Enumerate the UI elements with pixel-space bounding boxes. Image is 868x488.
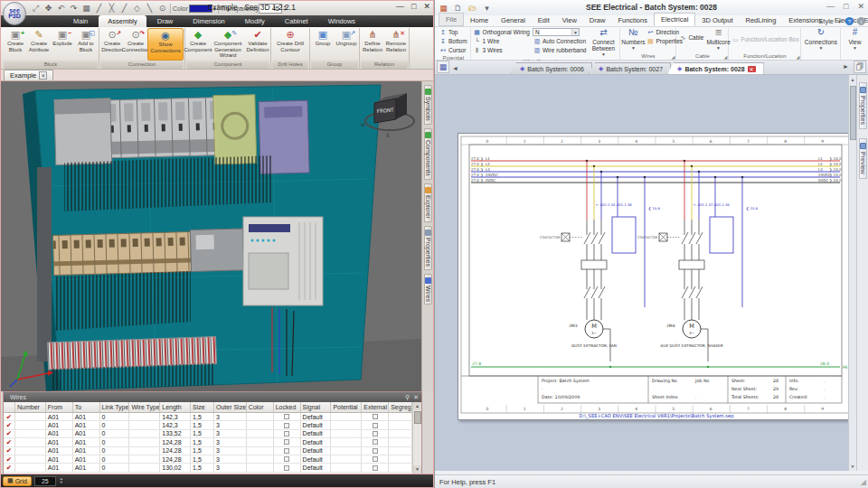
group-button[interactable]: ▣Group xyxy=(311,28,335,61)
remove-relation-button[interactable]: ⋔✕Remove Relation xyxy=(384,28,408,61)
column-header-locked[interactable]: Locked xyxy=(274,402,301,412)
tab-redlining[interactable]: RedLining xyxy=(740,14,783,26)
column-header-length[interactable]: Length xyxy=(160,402,191,412)
checkbox[interactable] xyxy=(373,465,378,471)
orthogonal-wiring-button[interactable]: ▦Orthogonal Wiring xyxy=(473,28,531,36)
one-wire-button[interactable]: └1 Wire xyxy=(473,37,531,45)
tab-functions[interactable]: Functions xyxy=(611,14,654,26)
table-row[interactable]: ✔A01A010124,281,53Default xyxy=(4,455,412,464)
resize-grip[interactable]: ◢ xyxy=(861,478,866,486)
viewport-tab-example[interactable]: Example ✕ xyxy=(4,70,53,80)
checkbox[interactable] xyxy=(373,423,378,428)
column-header-wire-type[interactable]: Wire Type xyxy=(129,402,160,412)
compass-icon[interactable]: ⊙ xyxy=(156,3,168,14)
checkbox[interactable] xyxy=(373,431,378,436)
minimize-button[interactable]: — xyxy=(396,2,404,11)
tab-draw[interactable]: Draw xyxy=(583,14,612,26)
potential-top-button[interactable]: ↥Top xyxy=(439,28,468,36)
scrollbar-thumb[interactable] xyxy=(414,411,421,424)
doc-tab-batch-system-0027[interactable]: ◈Batch System: 0027 xyxy=(589,62,671,74)
scroll-down-icon[interactable]: ▼ xyxy=(413,465,421,474)
tab-3d-output[interactable]: 3D Output xyxy=(695,14,739,26)
tab-draw[interactable]: Draw xyxy=(148,15,183,27)
checkbox[interactable] xyxy=(373,439,378,445)
column-header-potential[interactable]: Potential xyxy=(331,402,362,412)
doc-tab-batch-system-0028[interactable]: ◈Batch System: 0028✕ xyxy=(667,62,764,74)
create-connection-button[interactable]: ⊙↷Create Connection xyxy=(124,28,147,61)
column-header-segregatio[interactable]: Segregatio... xyxy=(389,402,412,412)
grid-snap-icon[interactable]: ▦ xyxy=(80,3,92,14)
doc-tab-close-icon[interactable]: ✕ xyxy=(748,66,756,72)
motor-branch-2M3[interactable]: CONTACTORM3~2M3DUST EXTRACTOR, FAN← A01.… xyxy=(540,160,660,368)
checkbox[interactable] xyxy=(284,431,289,436)
line-tool-icon[interactable]: ╱ xyxy=(93,3,105,14)
connect-between-button[interactable]: ⇄ Connect Between▼ xyxy=(589,28,618,58)
orthogonal-mode-select[interactable]: N▼ xyxy=(533,28,580,36)
table-row[interactable]: ✔A01A010130,021,53Default xyxy=(4,464,412,472)
checkbox[interactable] xyxy=(284,456,289,462)
tab-edit[interactable]: Edit xyxy=(532,14,556,26)
break-tool-icon[interactable]: ╳ xyxy=(106,3,118,14)
style-dropdown-icon[interactable]: ▼ xyxy=(837,19,842,24)
checkbox[interactable] xyxy=(284,465,289,471)
function-location-box-button[interactable]: ▭Function/Location Box xyxy=(731,35,799,43)
table-row[interactable]: ✔A01A010142,31,53Default xyxy=(4,421,412,429)
measure-icon[interactable]: ╲ xyxy=(144,3,156,14)
minimize-button[interactable]: — xyxy=(826,2,835,11)
tab-file[interactable]: File xyxy=(439,13,464,26)
tab-dimension[interactable]: Dimension xyxy=(184,15,233,27)
scroll-up-icon[interactable]: ▲ xyxy=(849,75,856,84)
wires-dialog-launcher-icon[interactable]: ◢ xyxy=(672,54,675,60)
grid-size-stepper[interactable]: ▲▼ xyxy=(60,477,63,484)
tab-assembly[interactable]: Assembly xyxy=(99,15,146,27)
cable-dialog-launcher-icon[interactable]: ◢ xyxy=(724,54,728,60)
checkbox[interactable] xyxy=(373,414,378,419)
numbers-button[interactable]: № Numbers▼ xyxy=(622,28,644,52)
column-header-external[interactable]: External xyxy=(362,402,389,412)
tab-modify[interactable]: Modify xyxy=(236,15,274,27)
qat-dropdown-icon[interactable]: ▾ xyxy=(481,3,493,14)
table-row[interactable]: ✔A01A010124,281,53Default xyxy=(4,447,412,455)
workspace-vertical-scrollbar[interactable]: ▲ ▼ xyxy=(848,75,856,471)
viewport-tab-close-icon[interactable]: ✕ xyxy=(39,71,47,80)
tab-scroll-left-icon[interactable]: ◄ xyxy=(452,65,458,71)
create-attribute-button[interactable]: ✎Create Attribute xyxy=(27,28,51,61)
column-header-link-type[interactable]: Link Type xyxy=(100,402,130,412)
tab-scroll-right-icon[interactable]: ► xyxy=(843,63,849,70)
schematic-page[interactable]: 01234567890123456789 27.8 ❯L1L1❯ 28.027.… xyxy=(458,133,849,420)
doc-tab-batch-system-0006[interactable]: ◈Batch System: 0006 xyxy=(510,62,592,74)
new-document-icon[interactable]: 🗋 xyxy=(452,3,464,14)
close-button[interactable]: ✕ xyxy=(857,2,864,11)
create-direction-button[interactable]: ⊙↗Create Direction xyxy=(100,28,124,61)
page-list-icon[interactable]: 🗍 xyxy=(854,61,866,73)
pan-icon[interactable]: ✥ xyxy=(42,3,54,14)
checkbox[interactable] xyxy=(373,456,378,462)
potential-bottom-button[interactable]: ↧Bottom xyxy=(439,37,468,45)
tab-cabinet[interactable]: Cabinet xyxy=(276,15,317,27)
three-wires-button[interactable]: ⦀3 Wires xyxy=(473,46,531,54)
column-header-color[interactable]: Color xyxy=(247,402,274,412)
open-folder-icon[interactable]: 🗁 xyxy=(467,3,478,14)
help-icon[interactable]: ? xyxy=(845,17,854,25)
grid-size-input[interactable]: 25 xyxy=(34,476,56,486)
checkbox[interactable] xyxy=(284,439,289,445)
view-button[interactable]: # View▼ xyxy=(843,28,866,52)
checkbox[interactable] xyxy=(284,423,289,428)
column-header-signal[interactable]: Signal xyxy=(301,402,332,412)
potential-cursor-button[interactable]: ↤Cursor xyxy=(439,46,468,54)
table-row[interactable]: ✔A01A010124,281,53Default xyxy=(4,438,412,446)
side-tab-wires[interactable]: Wires xyxy=(424,274,432,305)
combo-dropdown-icon[interactable]: ▼ xyxy=(571,29,579,35)
side-tab-properties[interactable]: Properties xyxy=(424,226,432,270)
cable-button[interactable]: ∿Cable xyxy=(678,33,704,42)
define-relation-button[interactable]: ⋔Define Relation xyxy=(361,28,384,61)
table-row[interactable]: ✔A01A010142,31,53Default xyxy=(4,413,412,421)
tab-main[interactable]: Main xyxy=(64,15,97,27)
redo-icon[interactable]: ↷ xyxy=(68,3,80,14)
table-row[interactable]: ✔A01A010133,521,53Default xyxy=(4,430,412,438)
side-tab-preview[interactable]: Preview xyxy=(859,138,867,179)
draw-tool-icon[interactable]: ╱ xyxy=(118,3,130,14)
scroll-down-icon[interactable]: ▼ xyxy=(849,462,856,471)
tab-view[interactable]: View xyxy=(556,14,583,26)
tab-general[interactable]: General xyxy=(495,14,532,26)
